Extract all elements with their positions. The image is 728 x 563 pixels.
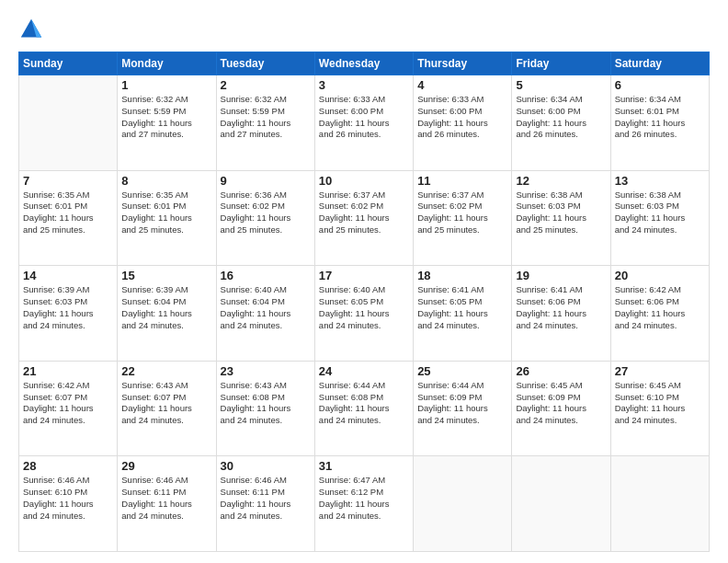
week-row-3: 14Sunrise: 6:39 AM Sunset: 6:03 PM Dayli… xyxy=(19,266,710,362)
calendar-cell: 11Sunrise: 6:37 AM Sunset: 6:02 PM Dayli… xyxy=(414,170,512,266)
logo-icon xyxy=(18,17,44,42)
day-info: Sunrise: 6:44 AM Sunset: 6:08 PM Dayligh… xyxy=(319,380,409,427)
day-info: Sunrise: 6:36 AM Sunset: 6:02 PM Dayligh… xyxy=(221,190,311,236)
day-number: 24 xyxy=(319,364,409,378)
day-info: Sunrise: 6:39 AM Sunset: 6:03 PM Dayligh… xyxy=(23,284,113,331)
day-info: Sunrise: 6:40 AM Sunset: 6:05 PM Dayligh… xyxy=(319,284,409,331)
day-number: 5 xyxy=(516,78,606,92)
day-info: Sunrise: 6:37 AM Sunset: 6:02 PM Dayligh… xyxy=(417,190,507,236)
day-number: 29 xyxy=(121,459,211,473)
day-number: 16 xyxy=(221,269,311,282)
page: SundayMondayTuesdayWednesdayThursdayFrid… xyxy=(0,0,728,563)
calendar-cell: 31Sunrise: 6:47 AM Sunset: 6:12 PM Dayli… xyxy=(314,456,413,552)
day-info: Sunrise: 6:32 AM Sunset: 5:59 PM Dayligh… xyxy=(121,94,211,141)
day-number: 23 xyxy=(221,364,311,378)
day-number: 15 xyxy=(121,269,211,282)
calendar-cell: 3Sunrise: 6:33 AM Sunset: 6:00 PM Daylig… xyxy=(314,75,413,171)
day-number: 9 xyxy=(221,174,311,188)
weekday-header-sunday: Sunday xyxy=(19,52,118,75)
day-info: Sunrise: 6:43 AM Sunset: 6:08 PM Dayligh… xyxy=(221,380,311,427)
day-number: 28 xyxy=(23,459,113,473)
day-number: 3 xyxy=(319,78,409,92)
day-number: 31 xyxy=(319,459,409,473)
week-row-2: 7Sunrise: 6:35 AM Sunset: 6:01 PM Daylig… xyxy=(19,170,710,266)
day-number: 6 xyxy=(615,78,705,92)
calendar-cell: 10Sunrise: 6:37 AM Sunset: 6:02 PM Dayli… xyxy=(314,170,413,266)
weekday-header-monday: Monday xyxy=(118,52,216,75)
day-info: Sunrise: 6:42 AM Sunset: 6:06 PM Dayligh… xyxy=(615,284,705,331)
calendar-cell: 15Sunrise: 6:39 AM Sunset: 6:04 PM Dayli… xyxy=(118,266,216,362)
day-number: 19 xyxy=(516,269,606,282)
day-info: Sunrise: 6:45 AM Sunset: 6:10 PM Dayligh… xyxy=(615,380,705,427)
calendar-table: SundayMondayTuesdayWednesdayThursdayFrid… xyxy=(18,52,710,552)
calendar-cell: 19Sunrise: 6:41 AM Sunset: 6:06 PM Dayli… xyxy=(512,266,610,362)
day-number: 4 xyxy=(417,78,507,92)
calendar-cell: 18Sunrise: 6:41 AM Sunset: 6:05 PM Dayli… xyxy=(414,266,512,362)
logo xyxy=(18,17,48,42)
day-number: 14 xyxy=(23,269,113,282)
calendar-cell: 2Sunrise: 6:32 AM Sunset: 5:59 PM Daylig… xyxy=(216,75,314,171)
day-number: 26 xyxy=(516,364,606,378)
calendar-cell: 8Sunrise: 6:35 AM Sunset: 6:01 PM Daylig… xyxy=(118,170,216,266)
calendar-cell xyxy=(610,456,709,552)
day-number: 27 xyxy=(615,364,705,378)
weekday-header-wednesday: Wednesday xyxy=(314,52,413,75)
day-number: 1 xyxy=(121,78,211,92)
calendar-cell: 6Sunrise: 6:34 AM Sunset: 6:01 PM Daylig… xyxy=(610,75,709,171)
calendar-cell: 1Sunrise: 6:32 AM Sunset: 5:59 PM Daylig… xyxy=(118,75,216,171)
day-info: Sunrise: 6:43 AM Sunset: 6:07 PM Dayligh… xyxy=(121,380,211,427)
day-info: Sunrise: 6:33 AM Sunset: 6:00 PM Dayligh… xyxy=(417,94,507,141)
calendar-cell: 4Sunrise: 6:33 AM Sunset: 6:00 PM Daylig… xyxy=(414,75,512,171)
day-info: Sunrise: 6:46 AM Sunset: 6:11 PM Dayligh… xyxy=(221,475,311,522)
week-row-1: 1Sunrise: 6:32 AM Sunset: 5:59 PM Daylig… xyxy=(19,75,710,171)
weekday-header-thursday: Thursday xyxy=(414,52,512,75)
day-info: Sunrise: 6:46 AM Sunset: 6:11 PM Dayligh… xyxy=(121,475,211,522)
calendar-cell: 21Sunrise: 6:42 AM Sunset: 6:07 PM Dayli… xyxy=(19,361,118,456)
day-number: 2 xyxy=(221,78,311,92)
week-row-5: 28Sunrise: 6:46 AM Sunset: 6:10 PM Dayli… xyxy=(19,456,710,552)
day-info: Sunrise: 6:35 AM Sunset: 6:01 PM Dayligh… xyxy=(23,190,113,236)
day-number: 17 xyxy=(319,269,409,282)
day-info: Sunrise: 6:40 AM Sunset: 6:04 PM Dayligh… xyxy=(221,284,311,331)
day-number: 8 xyxy=(121,174,211,188)
day-info: Sunrise: 6:33 AM Sunset: 6:00 PM Dayligh… xyxy=(319,94,409,141)
week-row-4: 21Sunrise: 6:42 AM Sunset: 6:07 PM Dayli… xyxy=(19,361,710,456)
day-info: Sunrise: 6:42 AM Sunset: 6:07 PM Dayligh… xyxy=(23,380,113,427)
calendar-cell: 23Sunrise: 6:43 AM Sunset: 6:08 PM Dayli… xyxy=(216,361,314,456)
calendar-cell xyxy=(512,456,610,552)
calendar-cell: 20Sunrise: 6:42 AM Sunset: 6:06 PM Dayli… xyxy=(610,266,709,362)
day-number: 13 xyxy=(615,174,705,188)
day-info: Sunrise: 6:41 AM Sunset: 6:06 PM Dayligh… xyxy=(516,284,606,331)
calendar-cell: 24Sunrise: 6:44 AM Sunset: 6:08 PM Dayli… xyxy=(314,361,413,456)
calendar-cell xyxy=(414,456,512,552)
day-info: Sunrise: 6:34 AM Sunset: 6:01 PM Dayligh… xyxy=(615,94,705,141)
calendar-cell: 7Sunrise: 6:35 AM Sunset: 6:01 PM Daylig… xyxy=(19,170,118,266)
calendar-cell: 13Sunrise: 6:38 AM Sunset: 6:03 PM Dayli… xyxy=(610,170,709,266)
calendar-cell: 14Sunrise: 6:39 AM Sunset: 6:03 PM Dayli… xyxy=(19,266,118,362)
day-number: 18 xyxy=(417,269,507,282)
calendar-cell: 22Sunrise: 6:43 AM Sunset: 6:07 PM Dayli… xyxy=(118,361,216,456)
calendar-cell xyxy=(19,75,118,171)
day-info: Sunrise: 6:41 AM Sunset: 6:05 PM Dayligh… xyxy=(417,284,507,331)
day-number: 7 xyxy=(23,174,113,188)
weekday-header-friday: Friday xyxy=(512,52,610,75)
day-info: Sunrise: 6:44 AM Sunset: 6:09 PM Dayligh… xyxy=(417,380,507,427)
calendar-cell: 28Sunrise: 6:46 AM Sunset: 6:10 PM Dayli… xyxy=(19,456,118,552)
day-number: 25 xyxy=(417,364,507,378)
day-info: Sunrise: 6:34 AM Sunset: 6:00 PM Dayligh… xyxy=(516,94,606,141)
day-info: Sunrise: 6:39 AM Sunset: 6:04 PM Dayligh… xyxy=(121,284,211,331)
weekday-header-saturday: Saturday xyxy=(610,52,709,75)
day-info: Sunrise: 6:46 AM Sunset: 6:10 PM Dayligh… xyxy=(23,475,113,522)
calendar-cell: 17Sunrise: 6:40 AM Sunset: 6:05 PM Dayli… xyxy=(314,266,413,362)
day-info: Sunrise: 6:38 AM Sunset: 6:03 PM Dayligh… xyxy=(516,190,606,236)
day-info: Sunrise: 6:32 AM Sunset: 5:59 PM Dayligh… xyxy=(221,94,311,141)
weekday-header-tuesday: Tuesday xyxy=(216,52,314,75)
header xyxy=(18,17,710,42)
calendar-cell: 12Sunrise: 6:38 AM Sunset: 6:03 PM Dayli… xyxy=(512,170,610,266)
day-number: 10 xyxy=(319,174,409,188)
day-number: 30 xyxy=(221,459,311,473)
day-number: 12 xyxy=(516,174,606,188)
calendar-cell: 26Sunrise: 6:45 AM Sunset: 6:09 PM Dayli… xyxy=(512,361,610,456)
day-number: 11 xyxy=(417,174,507,188)
day-info: Sunrise: 6:37 AM Sunset: 6:02 PM Dayligh… xyxy=(319,190,409,236)
